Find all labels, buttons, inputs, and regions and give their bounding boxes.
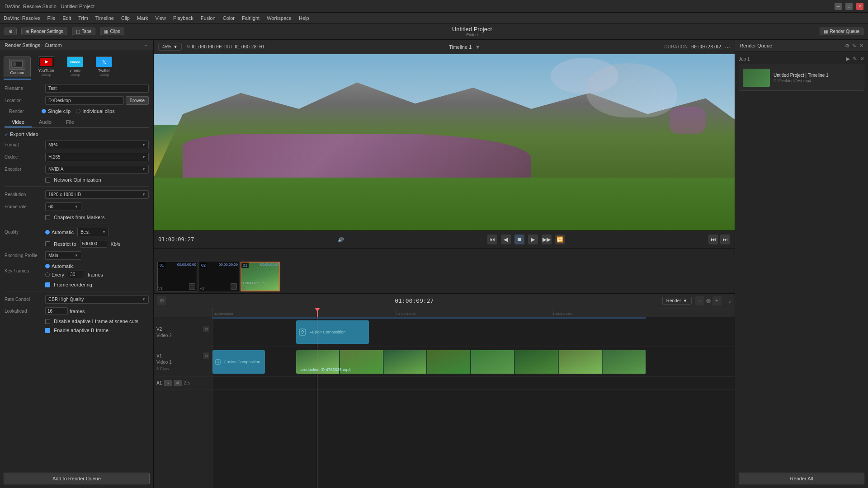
v2-fusion-clip[interactable]: Fusion Composition: [296, 320, 369, 344]
restrict-input[interactable]: [80, 240, 107, 248]
zoom-out-btn[interactable]: −: [695, 296, 704, 305]
close-btn[interactable]: ✕: [856, 3, 863, 10]
rate-control-dropdown[interactable]: CBR High Quality ▼: [45, 295, 149, 304]
menu-mark[interactable]: Mark: [137, 15, 148, 21]
play-btn[interactable]: ▶: [528, 235, 538, 244]
v1-video-clip[interactable]: production ID 4763035.mp4: [296, 350, 646, 374]
tab-file[interactable]: File: [59, 117, 81, 127]
render-all-button[interactable]: Render All: [739, 473, 864, 484]
menu-trim[interactable]: Trim: [78, 15, 88, 21]
keyframes-value-input[interactable]: [68, 271, 84, 278]
keyframes-auto-radio[interactable]: Automatic: [45, 263, 103, 269]
quality-controls: Automatic Best ▼: [45, 228, 109, 236]
tab-video[interactable]: Video: [5, 117, 32, 127]
codec-dropdown[interactable]: H.265 ▼: [45, 153, 149, 161]
tape-btn[interactable]: ◫ Tape: [72, 28, 96, 35]
network-opt-check[interactable]: Network Optimization: [45, 177, 101, 183]
individual-clips-radio[interactable]: Individual clips: [76, 108, 115, 114]
framerate-dropdown[interactable]: 60 ▼: [45, 202, 81, 211]
tab-audio[interactable]: Audio: [32, 117, 59, 127]
vimeo-tab-label: vimeo: [70, 68, 80, 73]
browse-button[interactable]: Browse: [126, 96, 149, 105]
menu-view[interactable]: View: [155, 15, 166, 21]
menu-davinci[interactable]: DaVinci Resolve: [4, 15, 40, 21]
clip-end-btn[interactable]: ⏭: [720, 235, 730, 244]
preset-tab-youtube[interactable]: YouTube 1080p: [33, 55, 60, 79]
filename-input[interactable]: [45, 84, 149, 93]
format-dropdown[interactable]: MP4 ▼: [45, 141, 149, 149]
menu-workspace[interactable]: Workspace: [267, 15, 292, 21]
tools-btn[interactable]: ⚙: [5, 28, 17, 35]
single-clip-radio[interactable]: Single clip: [42, 108, 71, 114]
loop-btn[interactable]: 🔁: [555, 235, 565, 244]
resolution-dropdown[interactable]: 868 x 488 HD ▼: [45, 190, 149, 199]
volume-icon[interactable]: 🔊: [338, 237, 344, 243]
encoding-profile-dropdown[interactable]: Main ▼: [45, 251, 81, 260]
menu-file[interactable]: File: [47, 15, 56, 21]
stop-btn[interactable]: ⏹: [514, 235, 524, 244]
add-render-queue-button[interactable]: Add to Render Queue: [4, 473, 150, 484]
chapters-checkbox: [45, 215, 50, 220]
keyframes-every-radio[interactable]: Every frames: [45, 271, 103, 278]
format-arrow: ▼: [142, 143, 146, 147]
preset-tab-vimeo[interactable]: vimeo vimeo 1080p: [61, 55, 89, 79]
next-frame-btn[interactable]: ▶▶: [542, 235, 552, 244]
quality-best-dropdown[interactable]: Best ▼: [77, 228, 109, 236]
chapters-check[interactable]: Chapters from Markers: [45, 215, 104, 220]
preset-tab-twitter[interactable]: 𝕏 Twitter 1080p: [90, 55, 118, 79]
zoom-in-btn[interactable]: +: [712, 296, 722, 305]
lookahead-input[interactable]: [45, 307, 68, 315]
zoom-thumb[interactable]: [706, 299, 711, 303]
menu-clip[interactable]: Clip: [121, 15, 130, 21]
preset-tab-custom[interactable]: Custom: [4, 56, 31, 77]
v1-controls: ⊡: [203, 352, 209, 359]
more-options-btn[interactable]: ···: [725, 43, 730, 51]
menu-playback[interactable]: Playback: [173, 15, 193, 21]
export-video-label[interactable]: Export Video: [10, 131, 38, 137]
quality-auto-radio[interactable]: Automatic: [45, 230, 74, 235]
job-delete-icon[interactable]: ✕: [860, 56, 864, 62]
job-edit-icon[interactable]: ✎: [853, 56, 857, 62]
render-dropdown[interactable]: Render ▼: [662, 297, 692, 305]
menu-color[interactable]: Color: [223, 15, 235, 21]
a1-m-btn[interactable]: M: [174, 380, 182, 386]
audio-toggle-btn[interactable]: ♪: [729, 298, 731, 304]
frame-reordering-check[interactable]: Frame reordering: [45, 282, 92, 287]
render-settings-btn[interactable]: ⊞ Render Settings: [21, 28, 67, 35]
in-timecode: 01:00:00:00: [192, 44, 222, 49]
a1-s-btn[interactable]: S: [164, 380, 172, 386]
panel-menu-icon[interactable]: ···: [145, 42, 149, 48]
prev-frame-btn[interactable]: ◀: [501, 235, 511, 244]
minimize-btn[interactable]: ─: [835, 3, 842, 10]
rq-settings-icon[interactable]: ⚙: [845, 43, 849, 49]
main-layout: Render Settings - Custom ··· Custom YouT…: [0, 40, 868, 488]
v2-ctrl-1[interactable]: ⊡: [203, 326, 209, 332]
window-controls: ─ □ ✕: [835, 3, 863, 10]
v1-fusion-clip[interactable]: Fusion Composition: [212, 350, 265, 374]
menu-help[interactable]: Help: [299, 15, 309, 21]
maximize-btn[interactable]: □: [845, 3, 853, 10]
menu-fusion[interactable]: Fusion: [201, 15, 216, 21]
rq-edit-icon[interactable]: ✎: [852, 43, 856, 49]
clips-btn[interactable]: ▦ Clips: [100, 28, 124, 35]
render-queue-header: Render Queue ⚙ ✎ ✕: [735, 40, 868, 52]
rq-close-btn[interactable]: ✕: [859, 42, 863, 49]
menu-fairlight[interactable]: Fairlight: [242, 15, 259, 21]
enable-adaptive-check[interactable]: Enable adaptive B-frame: [45, 328, 108, 333]
main-toolbar: ⚙ ⊞ Render Settings ◫ Tape ▦ Clips Untit…: [0, 23, 868, 40]
menu-edit[interactable]: Edit: [62, 15, 71, 21]
zoom-control[interactable]: 45% ▼: [158, 43, 182, 51]
timeline-tool-icon[interactable]: ⊞: [157, 296, 166, 305]
v1-ctrl-1[interactable]: ⊡: [203, 352, 209, 359]
skip-start-btn[interactable]: ⏮: [487, 235, 497, 244]
skip-end-btn[interactable]: ⏭: [708, 235, 718, 244]
network-opt-checkbox: [45, 178, 50, 183]
timeline-dropdown-arrow[interactable]: ▼: [475, 44, 480, 50]
encoder-dropdown[interactable]: NVIDIA ▼: [45, 165, 149, 174]
render-queue-btn[interactable]: ▦ Render Queue: [820, 28, 863, 35]
job-play-btn[interactable]: ▶: [846, 56, 850, 62]
location-input[interactable]: [45, 96, 124, 105]
restrict-check[interactable]: Restrict to Kb/s: [45, 240, 121, 248]
disable-adaptive-check[interactable]: Disable adaptive I-frame at scene cuts: [45, 319, 138, 324]
menu-timeline[interactable]: Timeline: [95, 15, 114, 21]
